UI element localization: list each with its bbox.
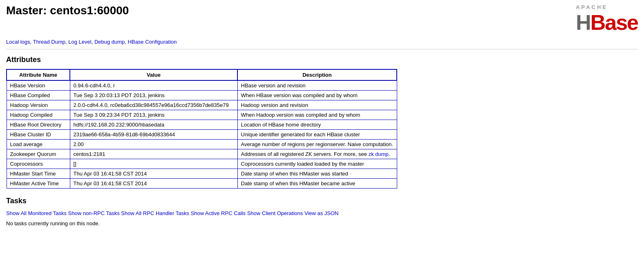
attributes-table: Attribute Name Value Description HBase V… bbox=[6, 69, 397, 189]
attr-name: Load average bbox=[7, 140, 70, 149]
attr-description: Date stamp of when this HMaster became a… bbox=[237, 179, 397, 189]
thread-dump-link[interactable]: Thread Dump bbox=[33, 39, 65, 45]
nav-links: Local logs, Thread Dump, Log Level, Debu… bbox=[0, 37, 644, 49]
attr-value: Thu Apr 03 16:41:58 CST 2014 bbox=[70, 179, 237, 189]
zk-dump-link[interactable]: zk dump bbox=[369, 151, 389, 157]
attr-description: Date stamp of when this HMaster was star… bbox=[237, 169, 397, 179]
attr-description: Hadoop version and revision bbox=[237, 100, 397, 110]
table-row: HBase Compiled Tue Sep 3 20:03:13 PDT 20… bbox=[7, 91, 397, 100]
table-row: Zookeeper Quorum centos1:2181 Addresses … bbox=[7, 149, 397, 159]
attr-value: hdfs://192.168.20.232:9000/hbasedata bbox=[70, 120, 237, 130]
attr-name: HBase Version bbox=[7, 80, 70, 91]
attr-value: Thu Apr 03 16:41:58 CST 2014 bbox=[70, 169, 237, 179]
hbase-config-link[interactable]: HBase Configuration bbox=[128, 39, 177, 45]
logo-area: APACHE HBase bbox=[576, 4, 638, 35]
attr-value: 0.94.6-cdh4.4.0, r bbox=[70, 80, 237, 91]
attr-name: HBase Cluster ID bbox=[7, 130, 70, 140]
show-monitored-tasks-link[interactable]: Show All Monitored Tasks bbox=[6, 210, 67, 216]
attr-description: Average number of regions per regionserv… bbox=[237, 140, 397, 149]
tasks-section: Tasks Show All Monitored Tasks Show non-… bbox=[6, 197, 638, 226]
attr-value: Tue Sep 3 09:23:34 PDT 2013, jenkins bbox=[70, 110, 237, 120]
attributes-title: Attributes bbox=[6, 56, 638, 64]
attr-description: HBase version and revision bbox=[237, 80, 397, 91]
attr-value: 2.0.0-cdh4.4.0, rc0eba6cd38c984557e96a16… bbox=[70, 100, 237, 110]
col-header-description: Description bbox=[237, 69, 397, 80]
attributes-section: Attributes Attribute Name Value Descript… bbox=[6, 56, 638, 189]
view-as-json-link[interactable]: View as JSON bbox=[304, 210, 339, 216]
attr-description: When Hadoop version was compiled and by … bbox=[237, 110, 397, 120]
attr-name: Hadoop Compiled bbox=[7, 110, 70, 120]
attr-description: When HBase version was compiled and by w… bbox=[237, 91, 397, 100]
attr-name: HMaster Active Time bbox=[7, 179, 70, 189]
attr-name: Hadoop Version bbox=[7, 100, 70, 110]
table-row: Hadoop Compiled Tue Sep 3 09:23:34 PDT 2… bbox=[7, 110, 397, 120]
attr-name: Coprocessors bbox=[7, 159, 70, 169]
attr-description: Unique identifier generated for each HBa… bbox=[237, 130, 397, 140]
table-row: HBase Cluster ID 2319ae66-658a-4b59-81d8… bbox=[7, 130, 397, 140]
table-row: HMaster Start Time Thu Apr 03 16:41:58 C… bbox=[7, 169, 397, 179]
attr-name: HBase Root Directory bbox=[7, 120, 70, 130]
attr-value: 2319ae66-658a-4b59-81d8-69b4d0833644 bbox=[70, 130, 237, 140]
attr-value: [] bbox=[70, 159, 237, 169]
col-header-name: Attribute Name bbox=[7, 69, 70, 80]
show-non-rpc-tasks-link[interactable]: Show non-RPC Tasks bbox=[68, 210, 120, 216]
table-row: HBase Root Directory hdfs://192.168.20.2… bbox=[7, 120, 397, 130]
show-rpc-handler-tasks-link[interactable]: Show All RPC Handler Tasks bbox=[121, 210, 189, 216]
show-client-operations-link[interactable]: Show Client Operations bbox=[247, 210, 303, 216]
attr-description: Coprocessors currently loaded loaded by … bbox=[237, 159, 397, 169]
table-row: Load average 2.00 Average number of regi… bbox=[7, 140, 397, 149]
no-tasks-message: No tasks currently running on this node. bbox=[6, 220, 638, 226]
attr-name: Zookeeper Quorum bbox=[7, 149, 70, 159]
divider bbox=[6, 49, 638, 49]
local-logs-link[interactable]: Local logs bbox=[6, 39, 30, 45]
table-row: HMaster Active Time Thu Apr 03 16:41:58 … bbox=[7, 179, 397, 189]
attr-value: Tue Sep 3 20:03:13 PDT 2013, jenkins bbox=[70, 91, 237, 100]
table-row: HBase Version 0.94.6-cdh4.4.0, r HBase v… bbox=[7, 80, 397, 91]
attr-name: HBase Compiled bbox=[7, 91, 70, 100]
debug-dump-link[interactable]: Debug dump bbox=[94, 39, 125, 45]
tasks-title: Tasks bbox=[6, 197, 638, 205]
main-content: Attributes Attribute Name Value Descript… bbox=[0, 56, 644, 226]
hbase-logo-text: HBase bbox=[576, 10, 638, 35]
attr-description-zk: Addresses of all registered ZK servers. … bbox=[237, 149, 397, 159]
col-header-value: Value bbox=[70, 69, 237, 80]
table-row: Hadoop Version 2.0.0-cdh4.4.0, rc0eba6cd… bbox=[7, 100, 397, 110]
attr-name: HMaster Start Time bbox=[7, 169, 70, 179]
show-active-rpc-calls-link[interactable]: Show Active RPC Calls bbox=[191, 210, 246, 216]
attr-value: centos1:2181 bbox=[70, 149, 237, 159]
attr-description: Location of HBase home directory bbox=[237, 120, 397, 130]
task-links: Show All Monitored Tasks Show non-RPC Ta… bbox=[6, 210, 638, 216]
apache-logo-text: APACHE bbox=[576, 4, 638, 10]
log-level-link[interactable]: Log Level bbox=[68, 39, 91, 45]
page-title: Master: centos1:60000 bbox=[6, 4, 129, 17]
attr-value: 2.00 bbox=[70, 140, 237, 149]
table-row: Coprocessors [] Coprocessors currently l… bbox=[7, 159, 397, 169]
